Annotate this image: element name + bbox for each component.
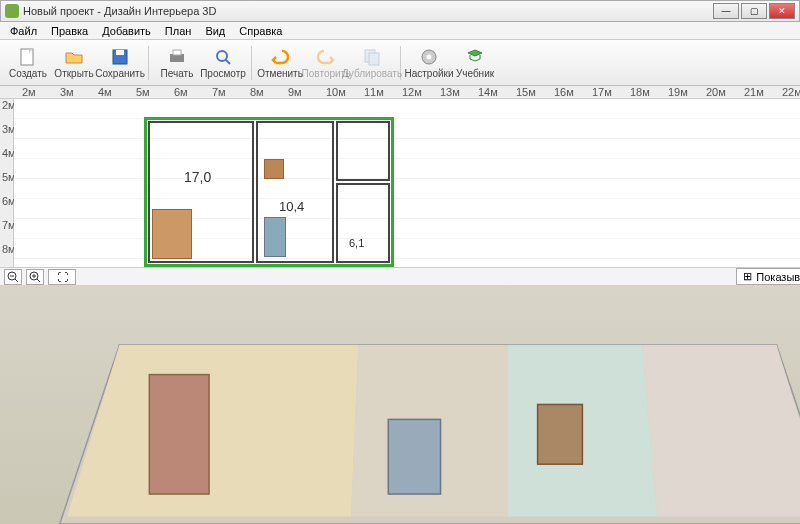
svg-point-5 — [217, 51, 227, 61]
zoom-in-button[interactable] — [26, 269, 44, 285]
zoom-fit-button[interactable]: ⛶ — [48, 269, 76, 285]
svg-marker-16 — [642, 345, 800, 517]
print-button[interactable]: Печать — [155, 43, 199, 83]
new-button[interactable]: Создать — [6, 43, 50, 83]
maximize-button[interactable]: ▢ — [741, 3, 767, 19]
svg-rect-18 — [388, 419, 440, 494]
menu-file[interactable]: Файл — [4, 23, 43, 39]
ruler-horizontal: 2м3м4м5м6м7м8м9м10м11м12м13м14м15м16м17м… — [0, 86, 800, 99]
save-button[interactable]: Сохранить — [98, 43, 142, 83]
preview-button[interactable]: Просмотр — [201, 43, 245, 83]
app-icon — [5, 4, 19, 18]
tutorial-button[interactable]: Учебник — [453, 43, 497, 83]
svg-rect-0 — [21, 49, 33, 65]
plan-2d-view[interactable]: 17,0 10,4 6,1 — [14, 99, 800, 267]
menu-view[interactable]: Вид — [199, 23, 231, 39]
ruler-vertical: 2м3м4м5м6м7м8м — [0, 99, 14, 267]
settings-button[interactable]: Настройки — [407, 43, 451, 83]
open-button[interactable]: Открыть — [52, 43, 96, 83]
svg-rect-17 — [149, 375, 209, 494]
room-area-2: 10,4 — [279, 199, 304, 214]
canvas-area: 2м3м4м5м6м7м8м9м10м11м12м13м14м15м16м17м… — [0, 86, 800, 524]
close-button[interactable]: ✕ — [769, 3, 795, 19]
plan-controls: ⛶ ⊞Показывать все размеры — [0, 267, 800, 285]
view-3d[interactable]: ✥ ↻ ⊖ ⊕ ⛶ 📷 💡 ▦ Прозрачные стены 🎥Виртуа… — [0, 285, 800, 524]
menubar: Файл Правка Добавить План Вид Справка — [0, 22, 800, 40]
minimize-button[interactable]: — — [713, 3, 739, 19]
svg-rect-19 — [538, 404, 583, 464]
menu-help[interactable]: Справка — [233, 23, 288, 39]
menu-edit[interactable]: Правка — [45, 23, 94, 39]
titlebar: Новый проект - Дизайн Интерьера 3D — ▢ ✕ — [0, 0, 800, 22]
duplicate-button[interactable]: Дублировать — [350, 43, 394, 83]
svg-rect-4 — [173, 50, 181, 55]
room-area-3: 6,1 — [349, 237, 364, 249]
menu-add[interactable]: Добавить — [96, 23, 157, 39]
menu-plan[interactable]: План — [159, 23, 198, 39]
undo-button[interactable]: Отменить — [258, 43, 302, 83]
room-area-1: 17,0 — [184, 169, 211, 185]
show-all-dimensions-button[interactable]: ⊞Показывать все размеры — [736, 268, 800, 285]
svg-point-9 — [427, 54, 432, 59]
dimensions-icon: ⊞ — [743, 270, 752, 283]
window-title: Новый проект - Дизайн Интерьера 3D — [23, 5, 713, 17]
zoom-out-button[interactable] — [4, 269, 22, 285]
toolbar: Создать Открыть Сохранить Печать Просмот… — [0, 40, 800, 86]
svg-rect-2 — [116, 50, 124, 55]
svg-rect-7 — [369, 53, 379, 65]
